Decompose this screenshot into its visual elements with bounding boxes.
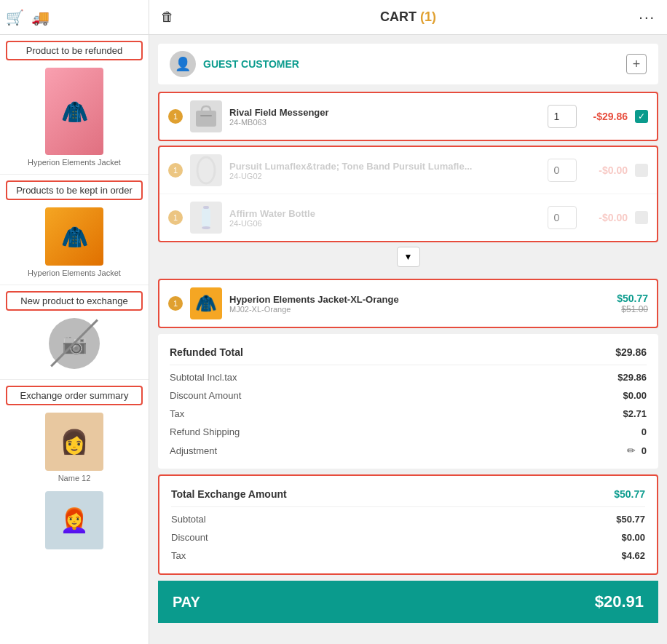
edit-icon[interactable]: ✏ bbox=[627, 445, 636, 456]
divider-3 bbox=[0, 379, 149, 380]
tax-label: Tax bbox=[170, 408, 184, 419]
product-card-refund: 1 Rival Field Messenger 24-MB063 -$29.86… bbox=[158, 92, 658, 141]
sidebar-extra-product: 👩‍🦰 bbox=[0, 487, 149, 554]
refunded-total-row: Refunded Total $29.86 bbox=[170, 343, 647, 362]
product-qty-3[interactable] bbox=[548, 206, 577, 229]
svg-point-3 bbox=[202, 162, 210, 179]
adjustment-value-area: ✏ 0 bbox=[627, 445, 647, 456]
exchange-thumb: 🧥 bbox=[190, 287, 222, 319]
subtotal-row: Subtotal Incl.tax $29.86 bbox=[170, 368, 647, 386]
sidebar-summary-image: 👩 bbox=[45, 413, 103, 471]
product-thumb-bottle bbox=[190, 202, 222, 234]
refund-section-label: Product to be refunded bbox=[6, 41, 143, 60]
product-price-2: -$0.00 bbox=[584, 164, 628, 176]
exchange-total-section: Total Exchange Amount $50.77 Subtotal $5… bbox=[158, 474, 658, 575]
exchange-product-sku: MJ02-XL-Orange bbox=[229, 305, 597, 314]
product-checkbox-3[interactable] bbox=[635, 211, 648, 224]
main-content: 🗑 CART (1) ··· 👤 GUEST CUSTOMER + 1 bbox=[149, 0, 667, 644]
pay-amount: $20.91 bbox=[595, 592, 644, 611]
exchange-price: $50.77 bbox=[604, 293, 648, 304]
refunded-total-value: $29.86 bbox=[615, 346, 647, 358]
tax-row: Tax $2.71 bbox=[170, 405, 647, 423]
no-photo-icon bbox=[49, 318, 100, 369]
sidebar: 🛒 🚚 Product to be refunded 🧥 Hyperion El… bbox=[0, 0, 149, 644]
refunded-total-label: Refunded Total bbox=[170, 346, 243, 358]
delete-icon[interactable]: 🗑 bbox=[161, 9, 174, 25]
product-checkbox-1[interactable]: ✓ bbox=[635, 110, 648, 123]
svg-point-6 bbox=[202, 226, 210, 229]
pay-button[interactable]: PAY $20.91 bbox=[158, 581, 658, 623]
delivery-icon[interactable]: 🚚 bbox=[31, 9, 50, 26]
discount-value: $0.00 bbox=[623, 390, 647, 401]
product-badge-3: 1 bbox=[168, 210, 183, 225]
product-thumb-bag bbox=[190, 100, 222, 132]
customer-info: 👤 GUEST CUSTOMER bbox=[170, 51, 299, 77]
sidebar-extra-image: 👩‍🦰 bbox=[45, 491, 103, 549]
product-sku-2: 24-UG02 bbox=[229, 172, 540, 180]
add-customer-button[interactable]: + bbox=[626, 54, 647, 74]
cart-label: CART bbox=[380, 9, 417, 24]
cart-title: CART (1) bbox=[380, 9, 436, 25]
product-group-item-2: 1 Affirm Water Bottle 24-UG06 -$0.00 bbox=[159, 194, 657, 241]
product-price-1: -$29.86 bbox=[584, 111, 628, 122]
exchange-product-title: Hyperion Elements Jacket-XL-Orange bbox=[229, 294, 597, 305]
svg-rect-5 bbox=[203, 206, 209, 209]
refund-shipping-label: Refund Shipping bbox=[170, 426, 240, 437]
exchange-total-row: Total Exchange Amount $50.77 bbox=[171, 485, 645, 504]
svg-rect-1 bbox=[200, 115, 212, 116]
sidebar-exchange-product bbox=[0, 314, 149, 376]
product-badge-1: 1 bbox=[168, 109, 183, 124]
avatar: 👤 bbox=[170, 51, 196, 77]
product-group-item-1: 1 Pursuit Lumaflex&trade; Tone Band Purs… bbox=[159, 147, 657, 194]
product-price-3: -$0.00 bbox=[584, 212, 628, 223]
product-group-keep: 1 Pursuit Lumaflex&trade; Tone Band Purs… bbox=[158, 146, 658, 242]
subtotal-label: Subtotal Incl.tax bbox=[170, 372, 237, 383]
exchange-price-col: $50.77 $51.00 bbox=[604, 293, 648, 314]
product-sku-1: 24-MB063 bbox=[229, 118, 540, 127]
divider-2 bbox=[0, 285, 149, 285]
cart-count: (1) bbox=[420, 9, 436, 24]
sidebar-product-image: 🧥 bbox=[45, 68, 103, 155]
exchange-discount-value: $0.00 bbox=[621, 532, 645, 543]
sidebar-summary-name: Name 12 bbox=[58, 474, 91, 482]
sidebar-keep-product: 🧥 Hyperion Elements Jacket bbox=[0, 203, 149, 282]
exchange-tax-row: Tax $4.62 bbox=[171, 546, 645, 565]
product-title-1: Rival Field Messenger bbox=[229, 107, 540, 118]
exchange-product-info: Hyperion Elements Jacket-XL-Orange MJ02-… bbox=[229, 294, 597, 314]
pay-label: PAY bbox=[173, 594, 200, 611]
exchange-tax-label: Tax bbox=[171, 550, 186, 561]
exchange-product-card: 1 🧥 Hyperion Elements Jacket-XL-Orange M… bbox=[158, 279, 658, 328]
tax-value: $2.71 bbox=[623, 408, 647, 419]
sidebar-toolbar: 🛒 🚚 bbox=[0, 0, 149, 35]
exchange-subtotal-label: Subtotal bbox=[171, 514, 206, 525]
product-checkbox-2[interactable] bbox=[635, 164, 648, 177]
summary-divider-1 bbox=[170, 365, 647, 365]
discount-row: Discount Amount $0.00 bbox=[170, 386, 647, 405]
product-title-3: Affirm Water Bottle bbox=[229, 208, 540, 219]
svg-rect-0 bbox=[196, 111, 216, 127]
product-qty-2[interactable] bbox=[548, 159, 577, 182]
sidebar-product-name: Hyperion Elements Jacket bbox=[28, 158, 121, 167]
adjustment-row: Adjustment ✏ 0 bbox=[170, 441, 647, 460]
exchange-total-label: Total Exchange Amount bbox=[171, 488, 287, 500]
refund-shipping-row: Refund Shipping 0 bbox=[170, 423, 647, 441]
more-icon[interactable]: ··· bbox=[639, 9, 655, 25]
exchange-subtotal-row: Subtotal $50.77 bbox=[171, 510, 645, 528]
customer-name: GUEST CUSTOMER bbox=[203, 58, 299, 70]
collapse-button[interactable]: ▼ bbox=[397, 247, 420, 267]
exchange-price-original: $51.00 bbox=[621, 304, 648, 314]
product-title-2: Pursuit Lumaflex&trade; Tone Band Pursui… bbox=[229, 161, 540, 172]
add-product-icon[interactable]: 🛒 bbox=[6, 9, 24, 26]
keep-section-label: Products to be kept in order bbox=[6, 180, 143, 200]
sidebar-refund-product: 🧥 Hyperion Elements Jacket bbox=[0, 63, 149, 171]
adjustment-label: Adjustment bbox=[170, 445, 217, 456]
product-badge-2: 1 bbox=[168, 163, 183, 178]
divider-1 bbox=[0, 174, 149, 175]
sidebar-summary-product: 👩 Name 12 bbox=[0, 408, 149, 487]
exchange-discount-label: Discount bbox=[171, 532, 208, 543]
product-qty-1[interactable] bbox=[548, 105, 577, 128]
chevron-area: ▼ bbox=[158, 247, 658, 273]
avatar-icon: 👤 bbox=[175, 56, 191, 72]
exchange-subtotal-value: $50.77 bbox=[616, 514, 645, 525]
sidebar-keep-product-image: 🧥 bbox=[45, 207, 103, 266]
